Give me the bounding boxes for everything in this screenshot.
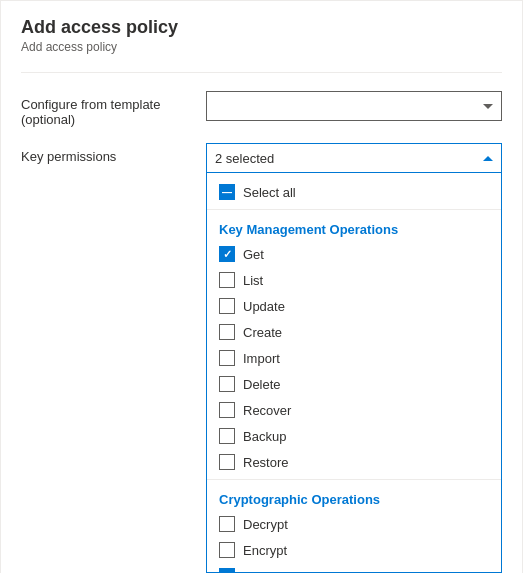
add-access-policy-panel: Add access policy Add access policy Conf… [0,0,523,573]
key-permissions-dropdown-header[interactable]: 2 selected [206,143,502,173]
encrypt-label: Encrypt [243,543,287,558]
template-field [206,91,502,121]
separator [207,209,501,210]
cryptographic-section-label: Cryptographic Operations [207,484,501,511]
decrypt-checkbox[interactable] [219,516,235,532]
get-checkbox[interactable]: ✓ [219,246,235,262]
list-item[interactable]: Decrypt [207,511,501,537]
template-dropdown[interactable] [206,91,502,121]
list-item[interactable]: ✓ Get [207,241,501,267]
restore-checkbox[interactable] [219,454,235,470]
import-checkbox[interactable] [219,350,235,366]
list-item[interactable]: Encrypt [207,537,501,563]
restore-label: Restore [243,455,289,470]
template-chevron-down-icon [483,104,493,109]
panel-subtitle: Add access policy [21,40,502,54]
create-checkbox[interactable] [219,324,235,340]
list-item[interactable]: List [207,267,501,293]
panel-title: Add access policy [21,17,502,38]
list-item[interactable]: Backup [207,423,501,449]
key-management-section-label: Key Management Operations [207,214,501,241]
key-permissions-dropdown-list: — Select all Key Management Operations ✓… [206,173,502,573]
select-all-item[interactable]: — Select all [207,179,501,205]
get-label: Get [243,247,264,262]
key-permissions-chevron-up-icon [483,156,493,161]
check-icon: ✓ [223,249,232,260]
partial-check-icon: — [222,187,232,198]
delete-checkbox[interactable] [219,376,235,392]
list-item[interactable]: ✓ Unwrap Key [207,563,501,573]
recover-checkbox[interactable] [219,402,235,418]
select-all-checkbox[interactable]: — [219,184,235,200]
list-item[interactable]: Delete [207,371,501,397]
separator2 [207,479,501,480]
unwrap-key-label: Unwrap Key [243,569,314,574]
list-item[interactable]: Create [207,319,501,345]
unwrap-key-checkbox[interactable]: ✓ [219,568,235,573]
update-checkbox[interactable] [219,298,235,314]
list-item[interactable]: Import [207,345,501,371]
backup-checkbox[interactable] [219,428,235,444]
header-divider [21,72,502,73]
list-item[interactable]: Update [207,293,501,319]
template-row: Configure from template (optional) [21,91,502,127]
encrypt-checkbox[interactable] [219,542,235,558]
select-all-label: Select all [243,185,296,200]
list-item[interactable]: Recover [207,397,501,423]
key-permissions-row: Key permissions 2 selected — Select all … [21,143,502,573]
list-checkbox[interactable] [219,272,235,288]
key-permissions-value: 2 selected [215,151,274,166]
key-permissions-label: Key permissions [21,143,206,164]
list-label: List [243,273,263,288]
update-label: Update [243,299,285,314]
recover-label: Recover [243,403,291,418]
key-permissions-field: 2 selected — Select all Key Management O… [206,143,502,573]
import-label: Import [243,351,280,366]
list-item[interactable]: Restore [207,449,501,475]
decrypt-label: Decrypt [243,517,288,532]
template-label: Configure from template (optional) [21,91,206,127]
backup-label: Backup [243,429,286,444]
delete-label: Delete [243,377,281,392]
create-label: Create [243,325,282,340]
